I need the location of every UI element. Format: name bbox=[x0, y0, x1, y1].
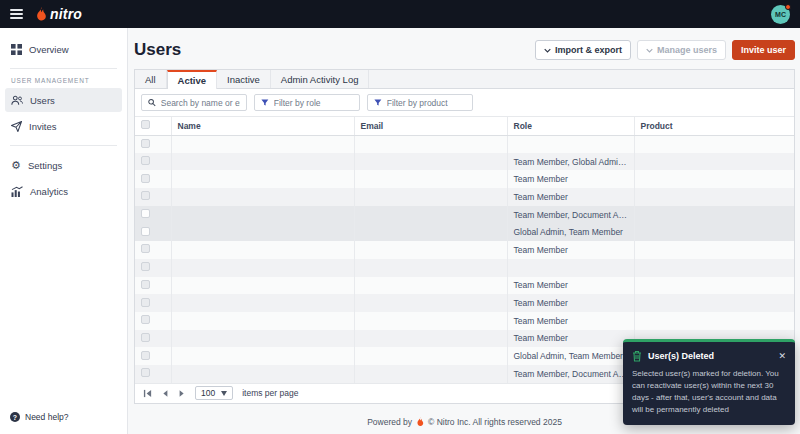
help-icon: ? bbox=[10, 412, 20, 422]
table-row[interactable]: Team Member bbox=[135, 277, 794, 295]
items-per-page-label: items per page bbox=[242, 388, 298, 398]
import-export-label: Import & export bbox=[555, 45, 622, 55]
invite-user-label: Invite user bbox=[741, 45, 786, 55]
table-row[interactable] bbox=[135, 259, 794, 277]
copyright-label: © Nitro Inc. All rights reserved 2025 bbox=[428, 417, 562, 427]
table-row[interactable]: Team Member bbox=[135, 241, 794, 259]
column-header-name: Name bbox=[171, 117, 354, 135]
row-checkbox[interactable] bbox=[141, 262, 150, 271]
row-checkbox[interactable] bbox=[141, 191, 150, 200]
role-cell: Team Member bbox=[507, 330, 634, 348]
tab-all[interactable]: All bbox=[135, 70, 167, 88]
role-cell: Team Member, Document Admin bbox=[507, 206, 634, 224]
role-cell: Team Member bbox=[507, 294, 634, 312]
tab-inactive[interactable]: Inactive bbox=[217, 70, 271, 88]
invite-user-button[interactable]: Invite user bbox=[732, 40, 795, 60]
row-checkbox[interactable] bbox=[141, 209, 150, 218]
row-checkbox[interactable] bbox=[141, 174, 150, 183]
search-box bbox=[141, 94, 247, 111]
chevron-down-icon bbox=[544, 47, 551, 54]
tab-admin-activity-log[interactable]: Admin Activity Log bbox=[271, 70, 370, 88]
table-row[interactable]: Team Member, Global Admin,Docu... bbox=[135, 153, 794, 171]
next-page-button[interactable] bbox=[178, 389, 186, 398]
toast-body: Selected user(s) marked for deletion. Yo… bbox=[632, 368, 786, 416]
role-cell: Global Admin, Team Member bbox=[507, 223, 634, 241]
search-input[interactable] bbox=[161, 98, 240, 108]
column-header-email: Email bbox=[354, 117, 507, 135]
first-page-button[interactable] bbox=[143, 389, 152, 398]
role-cell: Team Member bbox=[507, 188, 634, 206]
row-checkbox[interactable] bbox=[141, 139, 150, 148]
row-checkbox[interactable] bbox=[141, 315, 150, 324]
tab-label: Inactive bbox=[227, 74, 260, 85]
row-checkbox[interactable] bbox=[141, 156, 150, 165]
topbar: nitro MC bbox=[0, 0, 800, 28]
row-checkbox[interactable] bbox=[141, 280, 150, 289]
row-checkbox[interactable] bbox=[141, 244, 150, 253]
page-title: Users bbox=[134, 40, 181, 60]
role-filter-input[interactable] bbox=[274, 98, 353, 108]
tab-label: All bbox=[145, 74, 156, 85]
sidebar-item-users[interactable]: Users bbox=[5, 88, 122, 112]
column-header-role: Role bbox=[507, 117, 634, 135]
sidebar-divider bbox=[10, 68, 117, 69]
flame-icon bbox=[416, 417, 424, 427]
row-checkbox[interactable] bbox=[141, 351, 150, 360]
sidebar-item-analytics[interactable]: Analytics bbox=[5, 179, 122, 203]
product-filter-input[interactable] bbox=[387, 98, 466, 108]
toast-notification: User(s) Deleted ✕ Selected user(s) marke… bbox=[623, 339, 795, 425]
users-icon bbox=[11, 95, 23, 106]
row-checkbox[interactable] bbox=[141, 298, 150, 307]
row-checkbox[interactable] bbox=[141, 227, 150, 236]
sidebar-item-overview[interactable]: Overview bbox=[5, 37, 122, 61]
previous-page-button[interactable] bbox=[161, 389, 169, 398]
close-icon[interactable]: ✕ bbox=[778, 352, 786, 361]
table-row[interactable]: Team Member bbox=[135, 312, 794, 330]
sidebar-item-label: Overview bbox=[29, 44, 69, 55]
table-header-row: Name Email Role Product bbox=[135, 117, 794, 135]
send-icon bbox=[11, 121, 22, 132]
role-cell: Team Member, Global Admin,Docu... bbox=[507, 153, 634, 171]
page-size-select[interactable]: 100 bbox=[195, 386, 233, 400]
user-avatar[interactable]: MC bbox=[771, 5, 790, 24]
tab-active[interactable]: Active bbox=[167, 70, 218, 89]
trash-icon bbox=[632, 350, 642, 362]
hamburger-menu-icon[interactable] bbox=[10, 9, 23, 19]
table-row[interactable]: Team Member bbox=[135, 188, 794, 206]
chevron-down-icon bbox=[646, 47, 653, 54]
sidebar-item-settings[interactable]: ⚙ Settings bbox=[5, 153, 122, 177]
search-icon bbox=[148, 98, 156, 107]
role-cell: Team Member bbox=[507, 170, 634, 188]
filter-funnel-icon bbox=[261, 98, 269, 107]
manage-users-label: Manage users bbox=[657, 45, 717, 55]
role-cell: Team Member bbox=[507, 312, 634, 330]
table-row[interactable]: Team Member, Document Admin bbox=[135, 206, 794, 224]
tab-label: Admin Activity Log bbox=[281, 74, 359, 85]
sidebar-item-label: Analytics bbox=[30, 186, 68, 197]
table-row[interactable] bbox=[135, 135, 794, 153]
powered-by-label: Powered by bbox=[367, 417, 412, 427]
table-row[interactable]: Team Member bbox=[135, 170, 794, 188]
table-row[interactable]: Global Admin, Team Member bbox=[135, 223, 794, 241]
sidebar-item-invites[interactable]: Invites bbox=[5, 114, 122, 138]
flame-icon bbox=[35, 7, 47, 22]
need-help-link[interactable]: ? Need help? bbox=[6, 412, 121, 422]
import-export-button[interactable]: Import & export bbox=[535, 40, 631, 60]
sidebar-item-label: Users bbox=[30, 95, 55, 106]
sidebar-section-label: USER MANAGEMENT bbox=[0, 75, 127, 87]
sidebar-item-label: Invites bbox=[29, 121, 56, 132]
column-header-product: Product bbox=[634, 117, 794, 135]
nitro-logo: nitro bbox=[35, 6, 82, 22]
product-filter bbox=[367, 94, 473, 111]
manage-users-button[interactable]: Manage users bbox=[637, 40, 726, 60]
role-cell: Team Member bbox=[507, 241, 634, 259]
row-checkbox[interactable] bbox=[141, 368, 150, 377]
table-row[interactable]: Team Member bbox=[135, 294, 794, 312]
logo-text: nitro bbox=[50, 6, 82, 22]
select-all-checkbox[interactable] bbox=[141, 120, 150, 129]
role-filter bbox=[254, 94, 360, 111]
sidebar-divider bbox=[10, 145, 117, 146]
row-checkbox[interactable] bbox=[141, 333, 150, 342]
gear-icon: ⚙ bbox=[11, 160, 21, 171]
sidebar: Overview USER MANAGEMENT Users Invites ⚙… bbox=[0, 28, 128, 434]
